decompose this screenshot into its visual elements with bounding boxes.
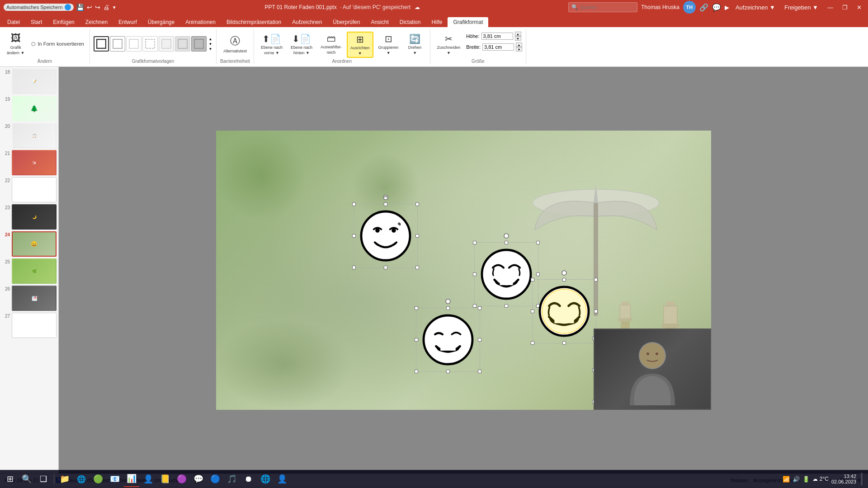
breite-input[interactable]: [482, 43, 514, 51]
shape-style-4[interactable]: [142, 36, 158, 52]
close-button[interactable]: ✕: [854, 4, 864, 11]
taskview-button[interactable]: ❑: [35, 471, 52, 487]
tab-entwurf[interactable]: Entwurf: [113, 17, 142, 27]
emoji-4[interactable]: [533, 280, 596, 343]
handle-bc-3[interactable]: [446, 370, 450, 373]
taskbar-app-blue[interactable]: 🔵: [207, 471, 223, 487]
user-avatar[interactable]: TH: [683, 1, 696, 14]
handle-mr-2[interactable]: [536, 272, 540, 276]
taskbar-app-explorer[interactable]: 📁: [57, 471, 73, 487]
taskbar-app-obs[interactable]: ⏺: [241, 471, 257, 487]
handle-br-3[interactable]: [478, 370, 481, 373]
tab-einfuegen[interactable]: Einfügen: [47, 17, 80, 27]
slide-thumb-19[interactable]: 🌲: [12, 96, 57, 121]
handle-tc-3[interactable]: [446, 306, 450, 310]
taskbar-app-onenote[interactable]: 📒: [157, 471, 173, 487]
handle-bl-1[interactable]: [352, 266, 356, 269]
rotate-handle-1[interactable]: [382, 194, 389, 202]
print-icon[interactable]: 🖨: [103, 4, 109, 11]
grafik-aendern-button[interactable]: 🖼 Grafik ändern ▼: [4, 31, 28, 57]
drehen-button[interactable]: 🔄 Drehen ▼: [404, 32, 426, 57]
shape-style-5[interactable]: [159, 36, 174, 52]
tab-dictation[interactable]: Dictation: [394, 17, 426, 27]
handle-tc-2[interactable]: [505, 241, 508, 244]
present-icon[interactable]: ▶: [725, 4, 729, 11]
slide-item-21[interactable]: 21 🏜: [2, 150, 57, 175]
inform-button[interactable]: ⬡ In Form konvertieren: [29, 41, 85, 47]
tab-datei[interactable]: Datei: [2, 17, 25, 27]
handle-tl-3[interactable]: [415, 306, 418, 310]
handle-bc-2[interactable]: [505, 304, 508, 308]
handle-ml-2[interactable]: [473, 272, 476, 276]
handle-tl-1[interactable]: [352, 202, 356, 206]
slide-item-18[interactable]: 18 📝: [2, 69, 57, 94]
tab-hilfe[interactable]: Hilfe: [426, 17, 448, 27]
tray-network-icon[interactable]: 📶: [783, 476, 790, 483]
slide-canvas-area[interactable]: [59, 67, 868, 474]
tab-uebergaenge[interactable]: Übergänge: [142, 17, 180, 27]
shape-style-1[interactable]: [94, 36, 109, 52]
taskbar-app-person[interactable]: 👤: [274, 471, 290, 487]
start-button[interactable]: ⊞: [2, 471, 18, 487]
comment-icon[interactable]: 💬: [712, 3, 721, 12]
hoehe-up[interactable]: ▲: [515, 32, 521, 36]
slide-item-20[interactable]: 20 📋: [2, 123, 57, 148]
handle-ml-3[interactable]: [415, 338, 418, 342]
handle-tr-3[interactable]: [478, 306, 481, 310]
taskbar-app-purple[interactable]: 🟣: [174, 471, 190, 487]
search-box[interactable]: 🔍: [568, 2, 637, 12]
record-button[interactable]: Aufzeichnen ▼: [733, 4, 778, 11]
share-icon[interactable]: 🔗: [699, 3, 708, 12]
save-icon[interactable]: 💾: [76, 4, 84, 11]
shape-style-6[interactable]: [175, 36, 190, 52]
alternativtext-button[interactable]: Ⓐ Alternativtext: [220, 33, 250, 55]
show-desktop-button[interactable]: [861, 473, 863, 485]
handle-bl-2[interactable]: [473, 304, 476, 308]
restore-button[interactable]: ❐: [840, 4, 850, 11]
handle-bl-3[interactable]: [415, 370, 418, 373]
slide-thumb-20[interactable]: 📋: [12, 123, 57, 148]
handle-tl-4[interactable]: [531, 278, 534, 282]
handle-mr-4[interactable]: [594, 310, 598, 313]
handle-bc-4[interactable]: [562, 341, 566, 345]
handle-bc-1[interactable]: [384, 266, 387, 269]
tab-ueberpruefen[interactable]: Überprüfen: [327, 17, 365, 27]
handle-tc-1[interactable]: [384, 202, 387, 206]
taskbar-app-powerpoint[interactable]: 📊: [123, 471, 140, 487]
tab-grafikformat[interactable]: Grafikformat: [448, 17, 488, 27]
breite-down[interactable]: ▼: [516, 47, 522, 52]
slide-thumb-26[interactable]: 🌁: [12, 286, 57, 311]
handle-ml-4[interactable]: [531, 310, 534, 313]
hoehe-input[interactable]: [481, 33, 513, 40]
slide-thumb-27[interactable]: [12, 313, 57, 338]
shape-style-7[interactable]: [191, 36, 207, 52]
tray-volume-icon[interactable]: 🔊: [793, 476, 800, 483]
gruppieren-button[interactable]: ⊡ Gruppieren ▼: [375, 32, 402, 57]
handle-tr-1[interactable]: [415, 202, 419, 206]
qa-dropdown-icon[interactable]: ▼: [112, 5, 117, 10]
handle-tc-4[interactable]: [562, 278, 566, 282]
styles-down-arrow[interactable]: ▼: [208, 42, 212, 46]
handle-ml-1[interactable]: [352, 234, 356, 238]
shape-style-2[interactable]: [110, 36, 125, 52]
minimize-button[interactable]: —: [825, 4, 836, 11]
slide-thumb-23[interactable]: 🌙: [12, 204, 57, 230]
emoji-2[interactable]: [475, 243, 538, 306]
slide-thumb-18[interactable]: 📝: [12, 69, 57, 94]
tab-ansicht[interactable]: Ansicht: [365, 17, 394, 27]
taskbar-app-chrome[interactable]: 🟢: [90, 471, 106, 487]
rotate-handle-4[interactable]: [561, 270, 567, 277]
slide-item-26[interactable]: 26 🌁: [2, 286, 57, 311]
taskbar-app-teams[interactable]: 👤: [140, 471, 156, 487]
slide-item-27[interactable]: 27: [2, 313, 57, 338]
slide-thumb-22[interactable]: [12, 177, 57, 202]
handle-br-1[interactable]: [415, 266, 419, 269]
zuschneiden-button[interactable]: ✂ Zuschneiden ▼: [434, 32, 464, 57]
search-taskbar-button[interactable]: 🔍: [19, 471, 35, 487]
handle-tr-4[interactable]: [594, 278, 598, 282]
breite-up[interactable]: ▲: [516, 42, 522, 47]
redo-icon[interactable]: ↪: [95, 4, 100, 11]
auswahlbereich-button[interactable]: 🗃 Auswahlbe- reich: [317, 32, 345, 56]
tab-animationen[interactable]: Animationen: [180, 17, 221, 27]
rotate-handle-3[interactable]: [445, 298, 451, 306]
